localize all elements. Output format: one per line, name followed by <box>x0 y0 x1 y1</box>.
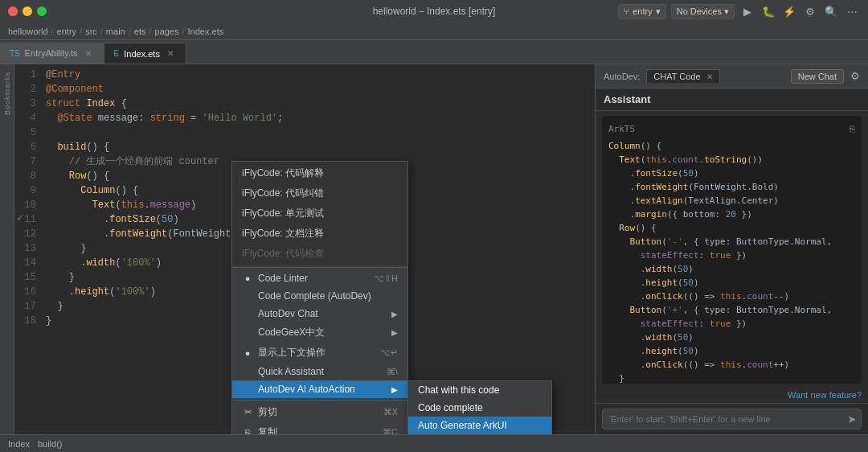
breadcrumb-sep: / <box>80 27 82 36</box>
run-button[interactable]: ▶ <box>739 3 755 19</box>
breadcrumb-item[interactable]: main <box>106 27 125 36</box>
menu-item-label: AutoDev AI AutoAction <box>258 384 355 395</box>
copy-icon: ⎘ <box>242 428 253 435</box>
code-line-4: 4 @State message: string = 'Hello World'… <box>14 111 595 125</box>
submenu-item-label: Chat with this code <box>418 384 499 396</box>
breadcrumb-sep: / <box>129 27 131 36</box>
assistant-title: Assistant <box>596 88 868 111</box>
submenu-item-chat-code[interactable]: Chat with this code <box>408 381 551 399</box>
git-branch-icon: ⑂ <box>624 6 629 16</box>
breadcrumb-sep: / <box>182 27 185 36</box>
check-mark: ✓ <box>16 212 24 224</box>
title-bar-right: ⑂ entry ▾ No Devices ▾ ▶ 🐛 ⚡ ⚙ 🔍 ⋯ <box>618 3 860 19</box>
maximize-button[interactable] <box>37 6 47 16</box>
shortcut-label: ⌘C <box>383 427 398 434</box>
bottom-item-index[interactable]: Index <box>8 439 30 449</box>
submenu-item-label: Auto Generate ArkUI <box>418 420 507 431</box>
menu-item-ifly-fix[interactable]: iFlyCode: 代码纠错 <box>232 183 407 203</box>
close-button[interactable] <box>8 6 18 16</box>
breadcrumb-item[interactable]: pages <box>155 27 179 36</box>
branch-name: entry <box>633 6 652 16</box>
breadcrumb-item[interactable]: entry <box>57 27 76 36</box>
new-chat-button[interactable]: New Chat <box>791 69 844 84</box>
breadcrumb-item[interactable]: ets <box>134 27 146 36</box>
breadcrumb-item[interactable]: src <box>85 27 97 36</box>
debug-button[interactable]: 🐛 <box>760 3 776 19</box>
submenu-arrow-icon: ▶ <box>391 310 398 318</box>
menu-item-context-action[interactable]: ● 显示上下文操作 ⌥↵ <box>232 343 407 363</box>
submenu-item-label: Code complete <box>418 402 483 413</box>
menu-item-ifly-check[interactable]: iFlyCode: 代码检查 <box>232 244 407 264</box>
bottom-item-build[interactable]: build() <box>38 439 63 449</box>
code-line-2: 2@Component <box>14 82 595 97</box>
menu-item-label: iFlyCode: 代码解释 <box>242 166 324 180</box>
menu-item-ifly-explain[interactable]: iFlyCode: 代码解释 <box>232 163 407 183</box>
shortcut-label: ⌥↵ <box>380 347 398 358</box>
shortcut-label: ⌥⇧H <box>374 273 398 284</box>
menu-item-ifly-doc[interactable]: iFlyCode: 文档注释 <box>232 224 407 244</box>
menu-item-left: ● Code Linter <box>242 273 308 284</box>
submenu-item-auto-generate[interactable]: Auto Generate ArkUI <box>408 417 551 434</box>
editor-area[interactable]: 1@Entry 2@Component 3struct Index { 4 @S… <box>14 64 595 434</box>
tab-close-icon[interactable]: ✕ <box>165 48 176 60</box>
menu-item-autodev-chat[interactable]: AutoDev Chat ▶ <box>232 305 407 323</box>
settings-icon[interactable]: ⚙ <box>802 3 818 19</box>
chat-input[interactable] <box>602 409 862 429</box>
menu-item-label: iFlyCode: 单元测试 <box>242 207 324 220</box>
menu-item-code-complete[interactable]: Code Complete (AutoDev) <box>232 287 407 305</box>
right-panel-header: AutoDev: CHAT Code ✕ New Chat ⚙ <box>596 64 868 88</box>
chat-send-button[interactable]: ➤ <box>847 413 857 425</box>
assistant-code-block: ArkTS ⎘ Column() { Text(this.count.toStr… <box>602 116 862 384</box>
menu-item-left: AutoDev AI AutoAction <box>242 384 355 395</box>
menu-item-left: Quick Assistant <box>242 366 324 377</box>
breadcrumb: helloworld / entry / src / main / ets / … <box>0 23 868 40</box>
menu-divider <box>232 267 407 268</box>
ifly-group: iFlyCode: 代码解释 iFlyCode: 代码纠错 iFlyCode: … <box>232 162 407 265</box>
breadcrumb-item[interactable]: Index.ets <box>188 27 224 36</box>
traffic-lights <box>8 6 47 16</box>
close-icon[interactable]: ✕ <box>706 72 713 81</box>
bottom-panel: Index build() <box>0 434 868 452</box>
menu-item-label: Quick Assistant <box>258 366 324 377</box>
menu-item-label: 剪切 <box>258 405 277 419</box>
tab-close-icon[interactable]: ✕ <box>83 47 94 59</box>
more-icon[interactable]: ⋯ <box>844 3 860 19</box>
tab-entry-ability[interactable]: TS EntryAbility.ts ✕ <box>0 43 104 64</box>
menu-item-codegee[interactable]: CodeGeeX中文 ▶ <box>232 323 407 343</box>
breadcrumb-sep: / <box>51 27 54 36</box>
menu-item-left: ✂ 剪切 <box>242 405 277 419</box>
tab-index-ets[interactable]: E Index.ets ✕ <box>104 43 186 64</box>
want-feature-link[interactable]: Want new feature? <box>596 388 868 403</box>
sidebar-icon-bookmarks[interactable]: Bookmarks <box>3 68 11 118</box>
settings-icon[interactable]: ⚙ <box>850 70 860 82</box>
tab-label: Index.ets <box>124 49 160 59</box>
breadcrumb-item[interactable]: helloworld <box>8 27 48 36</box>
code-content: Column() { Text(this.count.toString()) .… <box>608 139 855 384</box>
menu-item-autodev-autoaction[interactable]: AutoDev AI AutoAction ▶ Chat with this c… <box>232 380 407 398</box>
menu-item-code-linter[interactable]: ● Code Linter ⌥⇧H <box>232 269 407 287</box>
branch-selector[interactable]: ⑂ entry ▾ <box>618 4 665 19</box>
chevron-down-icon: ▾ <box>656 6 661 17</box>
minimize-button[interactable] <box>23 6 32 16</box>
menu-item-label: AutoDev Chat <box>258 308 318 319</box>
menu-item-left: Code Complete (AutoDev) <box>242 290 371 302</box>
menu-item-quick-assistant[interactable]: Quick Assistant ⌘\ <box>232 363 407 380</box>
shortcut-label: ⌘X <box>383 407 398 417</box>
menu-item-label: 显示上下文操作 <box>258 346 326 360</box>
menu-item-left: ● 显示上下文操作 <box>242 346 326 360</box>
submenu-item-code-complete[interactable]: Code complete <box>408 399 551 417</box>
tab-bar: TS EntryAbility.ts ✕ E Index.ets ✕ <box>0 40 868 64</box>
menu-divider <box>232 400 407 401</box>
menu-item-copy[interactable]: ⎘ 复制 ⌘C <box>232 422 407 434</box>
devices-selector[interactable]: No Devices ▾ <box>671 4 735 19</box>
menu-item-left: CodeGeeX中文 <box>242 326 325 339</box>
menu-item-label: iFlyCode: 代码检查 <box>242 247 324 261</box>
copy-code-icon[interactable]: ⎘ <box>850 122 855 136</box>
code-lang-label: ArkTS <box>608 122 635 136</box>
chat-code-tab[interactable]: CHAT Code ✕ <box>646 69 719 83</box>
search-icon[interactable]: 🔍 <box>823 3 839 19</box>
menu-item-ifly-test[interactable]: iFlyCode: 单元测试 <box>232 203 407 224</box>
submenu-arrow-icon: ▶ <box>391 328 398 337</box>
profile-button[interactable]: ⚡ <box>781 3 797 19</box>
menu-item-cut[interactable]: ✂ 剪切 ⌘X <box>232 402 407 422</box>
